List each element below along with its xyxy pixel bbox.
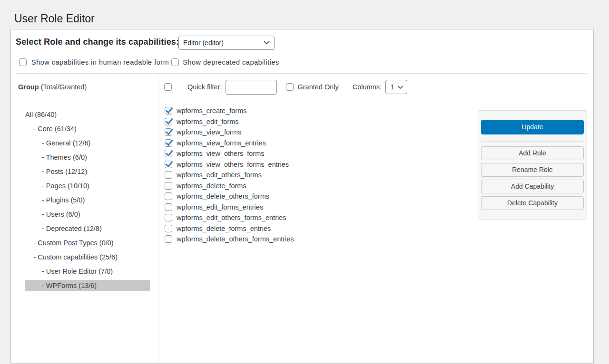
- group-item[interactable]: - Pages (10/10): [25, 180, 150, 192]
- granted-only-checkbox[interactable]: [286, 83, 294, 91]
- capability-row: wpforms_view_forms: [165, 127, 294, 138]
- capability-row: wpforms_view_others_forms_entries: [165, 159, 294, 170]
- capability-row: wpforms_edit_forms: [165, 116, 294, 127]
- column-divider: [158, 74, 158, 363]
- group-item[interactable]: - Users (6/0): [25, 209, 150, 220]
- role-selector-row: Select Role and change its capabilities:: [16, 35, 179, 50]
- chevron-down-icon: [397, 84, 404, 91]
- update-button[interactable]: Update: [481, 120, 584, 134]
- page-title: User Role Editor: [0, 0, 609, 26]
- role-select[interactable]: Editor (editor): [178, 36, 275, 50]
- capability-checkbox[interactable]: [165, 161, 172, 168]
- group-item[interactable]: - User Role Editor (7/0): [25, 266, 150, 277]
- group-item[interactable]: - General (12/6): [25, 137, 150, 149]
- capability-label: wpforms_edit_others_forms_entries: [177, 214, 286, 221]
- capability-checkbox[interactable]: [165, 203, 172, 211]
- capability-checkbox[interactable]: [165, 171, 172, 179]
- group-item[interactable]: - Plugins (5/0): [25, 194, 150, 206]
- capability-checkbox[interactable]: [165, 235, 172, 243]
- quick-filter-input[interactable]: [226, 80, 277, 95]
- capability-checkbox[interactable]: [165, 118, 172, 125]
- group-header-rest: (Total/Granted): [41, 83, 87, 91]
- group-item[interactable]: - WPForms (13/6): [25, 280, 150, 291]
- display-options-row: Show capabilities in human readable form…: [19, 58, 279, 66]
- capability-checkbox[interactable]: [165, 128, 172, 136]
- capability-row: wpforms_delete_forms: [165, 180, 294, 191]
- capability-row: wpforms_edit_others_forms_entries: [165, 212, 294, 223]
- group-item[interactable]: - Custom capabilities (25/6): [25, 251, 150, 263]
- capability-list: wpforms_create_formswpforms_edit_formswp…: [165, 105, 294, 245]
- divider-header: [16, 101, 587, 101]
- capability-label: wpforms_view_others_forms: [177, 150, 265, 157]
- main-panel: Select Role and change its capabilities:…: [10, 29, 594, 364]
- granted-only-label: Granted Only: [298, 83, 339, 91]
- actions-panel: Update Add Role Rename Role Add Capabili…: [478, 110, 587, 220]
- capability-row: wpforms_delete_others_forms_entries: [165, 234, 294, 245]
- group-item[interactable]: - Themes (6/0): [25, 152, 150, 163]
- actions-divider: [481, 141, 583, 142]
- capability-checkbox[interactable]: [165, 139, 172, 147]
- group-tree: All (86/40)- Core (61/34)- General (12/6…: [11, 109, 158, 294]
- capability-label: wpforms_edit_forms_entries: [177, 203, 263, 211]
- group-header: Group(Total/Granted): [18, 74, 87, 101]
- capability-label: wpforms_delete_forms: [177, 182, 246, 190]
- capability-label: wpforms_delete_others_forms_entries: [177, 235, 294, 243]
- capability-label: wpforms_create_forms: [177, 107, 246, 115]
- capability-row: wpforms_create_forms: [165, 105, 294, 116]
- capability-row: wpforms_delete_others_forms: [165, 191, 294, 202]
- capability-label: wpforms_view_others_forms_entries: [177, 161, 289, 168]
- add-capability-button[interactable]: Add Capability: [481, 180, 584, 193]
- capability-checkbox[interactable]: [165, 150, 172, 157]
- human-readable-checkbox[interactable]: [19, 58, 27, 66]
- rename-role-button[interactable]: Rename Role: [481, 163, 584, 177]
- columns-select-value: 1: [391, 83, 397, 91]
- filter-row: Quick filter: Granted Only Columns: 1: [158, 74, 593, 101]
- capability-checkbox[interactable]: [165, 107, 172, 115]
- add-role-button[interactable]: Add Role: [481, 146, 584, 160]
- group-item[interactable]: - Deprecated (12/8): [25, 223, 150, 234]
- group-header-bold: Group: [18, 83, 39, 91]
- capability-row: wpforms_view_forms_entries: [165, 137, 294, 148]
- human-readable-label: Show capabilities in human readable form: [31, 58, 169, 66]
- select-all-checkbox[interactable]: [164, 83, 172, 91]
- capability-checkbox[interactable]: [165, 225, 172, 232]
- columns-label: Columns:: [353, 83, 382, 91]
- capability-checkbox[interactable]: [165, 182, 172, 190]
- capability-label: wpforms_view_forms: [177, 128, 241, 136]
- delete-capability-button[interactable]: Delete Capability: [481, 196, 584, 210]
- capability-row: wpforms_delete_forms_entries: [165, 223, 294, 234]
- capability-row: wpforms_view_others_forms: [165, 148, 294, 159]
- capability-label: wpforms_edit_others_forms: [177, 171, 262, 179]
- group-item[interactable]: - Core (61/34): [25, 123, 150, 134]
- show-deprecated-checkbox[interactable]: [171, 58, 179, 66]
- group-item[interactable]: All (86/40): [25, 109, 150, 120]
- capability-checkbox[interactable]: [165, 192, 172, 200]
- role-select-value: Editor (editor): [183, 39, 263, 47]
- group-item[interactable]: - Posts (12/12): [25, 166, 150, 177]
- quick-filter-label: Quick filter:: [187, 83, 222, 91]
- capability-row: wpforms_edit_others_forms: [165, 170, 294, 181]
- capability-label: wpforms_edit_forms: [177, 118, 239, 125]
- capability-label: wpforms_delete_forms_entries: [177, 225, 271, 232]
- show-deprecated-label: Show deprecated capabilities: [183, 58, 279, 66]
- chevron-down-icon: [263, 38, 271, 47]
- capability-checkbox[interactable]: [165, 214, 172, 221]
- group-item[interactable]: - Custom Post Types (0/0): [25, 237, 150, 249]
- columns-select[interactable]: 1: [385, 80, 407, 94]
- capability-label: wpforms_view_forms_entries: [177, 139, 266, 147]
- capability-label: wpforms_delete_others_forms: [177, 192, 269, 200]
- capability-row: wpforms_edit_forms_entries: [165, 201, 294, 212]
- select-role-label: Select Role and change its capabilities:: [16, 37, 179, 47]
